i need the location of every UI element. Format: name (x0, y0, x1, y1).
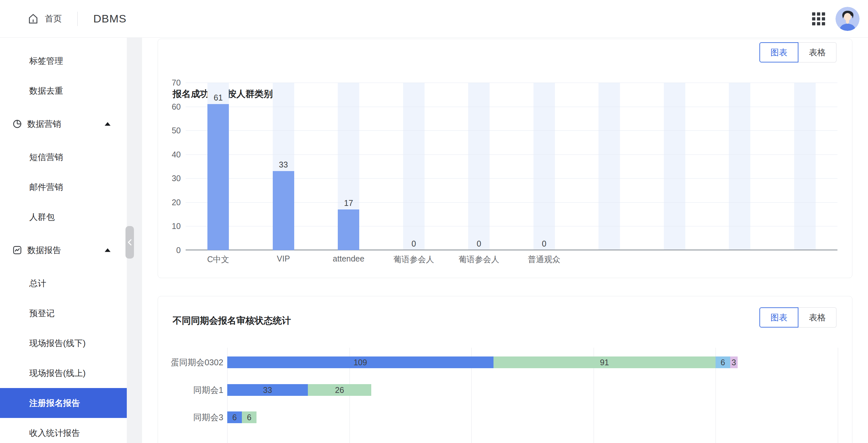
sidebar-menu: 标签管理 数据去重 数据营销 短信营销 邮件营销 (0, 37, 127, 443)
header-divider (78, 12, 78, 26)
stacked-bar-segment[interactable]: 109 (227, 356, 494, 368)
bar-value-label: 0 (476, 239, 481, 248)
report-card-crowd-category: 报名成功人数按人群类别统计 图表 表格 01020304050607061C中文… (158, 39, 852, 278)
sidebar-item-onsite-report-offline[interactable]: 现场报告(线下) (0, 328, 127, 358)
gridline (186, 154, 837, 155)
gridline (186, 130, 837, 131)
view-toggle: 图表 表格 (760, 307, 836, 328)
home-link[interactable]: 首页 (27, 13, 62, 25)
pie-chart-icon (12, 119, 22, 129)
sidebar-item-label: 人群包 (29, 211, 55, 223)
bar-value-label: 61 (214, 93, 223, 102)
y-axis-tick-label: 20 (155, 198, 181, 207)
sidebar-item-income-report[interactable]: 收入统计报告 (0, 418, 127, 443)
y-axis-tick-label: 10 (155, 222, 181, 231)
sidebar-item-total[interactable]: 总计 (0, 268, 127, 298)
sidebar-item-label: 邮件营销 (29, 181, 63, 193)
bar[interactable] (208, 104, 229, 250)
apps-grid-icon[interactable] (812, 12, 825, 25)
sidebar-item-registration-report[interactable]: 注册报名报告 (0, 388, 127, 418)
sidebar-item-label: 总计 (29, 278, 46, 289)
bar-value-label: 0 (411, 239, 416, 248)
sidebar-item-onsite-report-online[interactable]: 现场报告(线上) (0, 358, 127, 388)
x-axis-category-label: VIP (277, 254, 290, 263)
x-axis-category-label: 葡语参会人 (459, 254, 499, 265)
dbms-dashboard: { "header": { "home_label": "首页", "app_t… (0, 0, 868, 443)
line-chart-icon (12, 245, 22, 255)
sidebar-item-label: 现场报告(线下) (29, 337, 86, 349)
stacked-bar-segment[interactable]: 91 (494, 356, 716, 368)
sidebar-item-label: 注册报名报告 (29, 397, 80, 409)
column-band (468, 83, 490, 250)
gridline (186, 83, 837, 83)
y-axis-tick-label: 30 (155, 174, 181, 183)
sidebar-collapse-handle[interactable] (125, 226, 134, 259)
stacked-bar-segment[interactable]: 33 (227, 384, 308, 396)
crowd-category-bar-chart[interactable]: 01020304050607061C中文33VIP17attendee0葡语参会… (186, 83, 837, 250)
bar-value-label: 0 (542, 239, 547, 248)
y-axis-tick-label: 0 (155, 245, 181, 255)
column-band (533, 83, 555, 250)
y-axis-tick-label: 70 (155, 78, 181, 88)
chart-view-button[interactable]: 图表 (760, 42, 799, 62)
sidebar: 标签管理 数据去重 数据营销 短信营销 邮件营销 (0, 37, 127, 443)
x-axis-category-label: 普通观众 (528, 254, 560, 265)
row-category-label: 同期会1 (126, 384, 223, 396)
column-band (598, 83, 620, 250)
chevron-left-icon (127, 238, 133, 246)
column-band (794, 83, 816, 250)
stacked-bar-segment[interactable]: 6 (242, 411, 256, 423)
sidebar-item-data-dedup[interactable]: 数据去重 (0, 76, 127, 106)
sidebar-item-tag-management[interactable]: 标签管理 (0, 46, 127, 76)
gridline (186, 107, 837, 107)
column-band (403, 83, 425, 250)
sidebar-item-label: 数据营销 (27, 118, 61, 130)
sidebar-item-sms-marketing[interactable]: 短信营销 (0, 142, 127, 172)
collapse-up-icon (105, 248, 111, 252)
table-view-button[interactable]: 表格 (799, 307, 836, 328)
app-title: DBMS (93, 12, 126, 25)
row-category-label: 蛋同期会0302 (126, 357, 223, 368)
stacked-bar-segment[interactable]: 6 (716, 356, 730, 368)
sidebar-item-label: 数据报告 (27, 244, 61, 256)
bar-value-label: 17 (344, 199, 353, 208)
card-title: 不同同期会报名审核状态统计 (173, 315, 291, 327)
sidebar-item-data-marketing[interactable]: 数据营销 (0, 109, 127, 139)
view-toggle: 图表 表格 (760, 42, 836, 62)
y-axis-tick-label: 40 (155, 150, 181, 159)
collapse-up-icon (105, 122, 111, 126)
sidebar-item-label: 预登记 (29, 308, 55, 319)
sidebar-item-pre-registration[interactable]: 预登记 (0, 298, 127, 328)
sidebar-item-email-marketing[interactable]: 邮件营销 (0, 172, 127, 202)
x-axis-category-label: C中文 (207, 254, 229, 265)
sidebar-item-label: 数据去重 (29, 85, 63, 97)
sidebar-item-label: 短信营销 (29, 152, 63, 163)
sidebar-item-audience-package[interactable]: 人群包 (0, 202, 127, 232)
sidebar-item-label: 收入统计报告 (29, 427, 80, 439)
x-axis-category-label: attendee (333, 254, 365, 263)
top-header: 首页 DBMS (0, 0, 868, 38)
y-axis-tick-label: 60 (155, 102, 181, 111)
stacked-bar-segment[interactable]: 6 (227, 411, 242, 423)
home-label: 首页 (45, 13, 62, 24)
row-category-label: 同期会3 (126, 412, 223, 423)
audit-status-stacked-bar-chart[interactable]: 蛋同期会03021099163同期会13326同期会366 (227, 348, 838, 443)
y-axis-tick-label: 50 (155, 126, 181, 135)
report-card-audit-status: 不同同期会报名审核状态统计 图表 表格 蛋同期会03021099163同期会13… (158, 296, 852, 443)
stacked-bar-segment[interactable]: 3 (730, 356, 738, 368)
table-view-button[interactable]: 表格 (799, 42, 836, 62)
bar[interactable] (273, 171, 294, 250)
x-axis-category-label: 葡语参会人 (393, 254, 434, 265)
stacked-bar-segment[interactable]: 26 (308, 384, 371, 396)
home-icon (27, 13, 39, 25)
chart-view-button[interactable]: 图表 (760, 307, 799, 328)
column-band (729, 83, 750, 250)
gridline (838, 348, 838, 443)
bar[interactable] (338, 209, 359, 250)
sidebar-item-label: 现场报告(线上) (29, 367, 86, 379)
column-band (664, 83, 685, 250)
bar-value-label: 33 (279, 160, 288, 170)
user-avatar[interactable] (836, 7, 860, 31)
sidebar-item-label: 标签管理 (29, 55, 63, 67)
sidebar-item-data-report[interactable]: 数据报告 (0, 235, 127, 265)
